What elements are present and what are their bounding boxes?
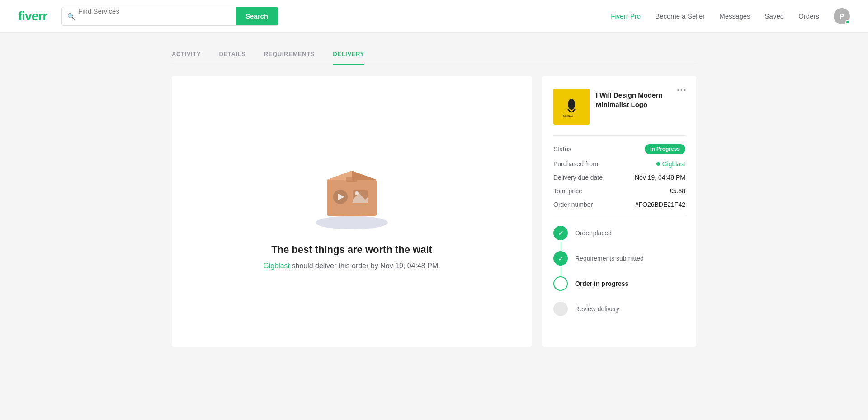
order-sidebar: ⋯ GIGBLAST I Will Design Modern Minimali… (542, 76, 696, 347)
seller-online-dot (656, 162, 660, 166)
package-icon (316, 153, 388, 220)
nav-saved[interactable]: Saved (765, 12, 784, 20)
nav-messages[interactable]: Messages (719, 12, 750, 20)
gig-thumbnail: GIGBLAST (553, 89, 590, 125)
tracker-item-review: Review delivery (553, 302, 685, 316)
header: fiverr 🔍 Search Fiverr Pro Become a Sell… (0, 0, 868, 33)
tracker-item-in-progress: Order in progress (553, 276, 685, 291)
tracker-label-in-progress: Order in progress (575, 280, 628, 287)
svg-rect-4 (346, 177, 357, 182)
avatar-online-dot (845, 20, 850, 24)
nav-orders[interactable]: Orders (798, 12, 819, 20)
sidebar-more-button[interactable]: ⋯ (676, 84, 687, 96)
tracker-label-placed: Order placed (575, 229, 612, 237)
total-price-label: Total price (553, 187, 582, 195)
avatar[interactable]: P (834, 8, 850, 24)
order-number-value: #FO26BDE21F42 (635, 201, 685, 208)
order-number-label: Order number (553, 201, 593, 208)
delivery-seller-link[interactable]: Gigblast (263, 262, 290, 270)
box-shadow (316, 216, 388, 229)
delivery-due-row: Delivery due date Nov 19, 04:48 PM (553, 174, 685, 181)
tab-details[interactable]: DETAILS (219, 51, 245, 65)
search-bar: 🔍 Search (61, 7, 278, 26)
tracker-item-placed: ✓ Order placed (553, 226, 685, 240)
tracker-label-requirements: Requirements submitted (575, 255, 644, 262)
check-icon-placed: ✓ (558, 229, 564, 238)
gig-title: I Will Design Modern Minimalist Logo (596, 89, 685, 125)
tabs: ACTIVITY DETAILS REQUIREMENTS DELIVERY (172, 51, 696, 65)
search-button[interactable]: Search (236, 7, 278, 25)
svg-point-11 (568, 99, 575, 110)
check-icon-requirements: ✓ (558, 254, 564, 263)
tracker-circle-placed: ✓ (553, 226, 568, 240)
tracker-label-review: Review delivery (575, 305, 619, 313)
order-details: Status In Progress Purchased from Gigbla… (553, 135, 685, 208)
delivery-due-value: Nov 19, 04:48 PM (635, 174, 685, 181)
header-nav: Fiverr Pro Become a Seller Messages Save… (611, 8, 850, 24)
delivery-due-label: Delivery due date (553, 174, 603, 181)
tab-delivery[interactable]: DELIVERY (333, 51, 364, 65)
purchased-from-label: Purchased from (553, 160, 598, 168)
total-price-value: £5.68 (670, 187, 685, 195)
tracker-item-requirements: ✓ Requirements submitted (553, 251, 685, 266)
tracker-circle-in-progress (553, 276, 568, 291)
tracker-circle-review (553, 302, 568, 316)
avatar-initial: P (840, 12, 844, 20)
purchased-from-value[interactable]: Gigblast (656, 160, 685, 168)
total-price-row: Total price £5.68 (553, 187, 685, 195)
search-input-wrap: 🔍 (62, 7, 236, 25)
main-content: ACTIVITY DETAILS REQUIREMENTS DELIVERY (163, 33, 705, 347)
search-input[interactable] (62, 7, 170, 15)
delivery-title: The best things are worth the wait (271, 244, 432, 256)
status-label: Status (553, 145, 571, 153)
gig-thumbnail-image: GIGBLAST (560, 95, 583, 118)
box-svg-wrap (316, 153, 388, 229)
status-row: Status In Progress (553, 144, 685, 154)
gig-info: GIGBLAST I Will Design Modern Minimalist… (553, 89, 685, 125)
status-badge: In Progress (645, 144, 685, 154)
nav-fiverr-pro[interactable]: Fiverr Pro (611, 12, 641, 20)
progress-tracker: ✓ Order placed ✓ Requirements submitted … (553, 215, 685, 316)
delivery-card: The best things are worth the wait Gigbl… (172, 76, 532, 347)
tracker-circle-requirements: ✓ (553, 251, 568, 266)
tab-activity[interactable]: ACTIVITY (172, 51, 201, 65)
delivery-subtitle: Gigblast should deliver this order by No… (263, 262, 440, 270)
box-illustration (316, 153, 388, 229)
tab-requirements[interactable]: REQUIREMENTS (264, 51, 315, 65)
fiverr-logo[interactable]: fiverr (18, 9, 47, 23)
svg-text:GIGBLAST: GIGBLAST (563, 114, 575, 117)
nav-become-seller[interactable]: Become a Seller (655, 12, 705, 20)
delivery-subtitle-text: should deliver this order by Nov 19, 04:… (290, 262, 440, 270)
order-number-row: Order number #FO26BDE21F42 (553, 201, 685, 208)
seller-name: Gigblast (662, 160, 685, 168)
purchased-from-row: Purchased from Gigblast (553, 160, 685, 168)
content-layout: The best things are worth the wait Gigbl… (172, 76, 696, 347)
